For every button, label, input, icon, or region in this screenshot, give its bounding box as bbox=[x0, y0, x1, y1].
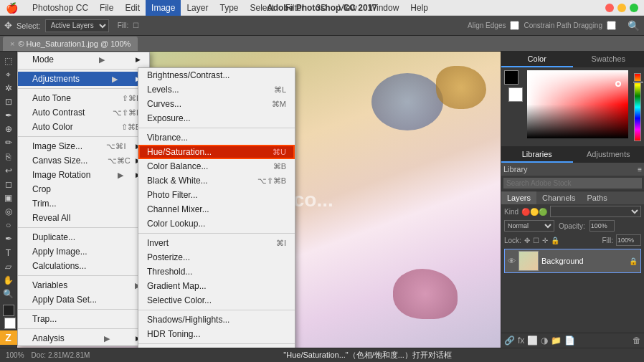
calculations-item[interactable]: Calculations... bbox=[18, 259, 149, 273]
variables-item[interactable]: Variables▶ bbox=[18, 278, 149, 292]
eraser-tool[interactable]: ◻ bbox=[1, 178, 16, 190]
filter-select[interactable] bbox=[550, 206, 641, 217]
delete-layer-icon[interactable]: 🗑 bbox=[633, 335, 641, 346]
auto-contrast-item[interactable]: Auto Contrast⌥⇧⌘L bbox=[18, 105, 149, 120]
dodge-tool[interactable]: ○ bbox=[1, 219, 16, 232]
move-tool-icon[interactable]: ✥ bbox=[4, 20, 12, 31]
healing-brush-tool[interactable]: ⊕ bbox=[1, 123, 16, 135]
adjustments-menu-item[interactable]: Adjustments▶ bbox=[18, 72, 149, 86]
vibrance-item[interactable]: Vibrance... bbox=[138, 130, 295, 145]
link-layers-icon[interactable]: 🔗 bbox=[504, 335, 515, 346]
eyedropper-tool[interactable]: ✒ bbox=[1, 110, 16, 122]
curves-item[interactable]: Curves...⌘M bbox=[138, 97, 295, 111]
apply-data-item[interactable]: Apply Data Set... bbox=[18, 292, 149, 307]
color-tab[interactable]: Color bbox=[501, 52, 573, 67]
bg-color-swatch[interactable] bbox=[508, 87, 523, 102]
levels-item[interactable]: Levels...⌘L bbox=[138, 82, 295, 97]
new-layer-icon[interactable]: 📄 bbox=[564, 335, 575, 346]
lock-position-icon[interactable]: ✛ bbox=[542, 237, 548, 244]
foreground-color[interactable] bbox=[3, 305, 14, 316]
library-options-icon[interactable]: ≡ bbox=[638, 166, 642, 173]
hue-saturation-item[interactable]: Hue/Saturation...⌘U bbox=[138, 145, 295, 159]
trim-item[interactable]: Trim... bbox=[18, 196, 149, 211]
pen-tool[interactable]: ✒ bbox=[1, 233, 16, 245]
shadows-highlights-item[interactable]: Shadows/Highlights... bbox=[138, 313, 295, 327]
constrain-checkbox[interactable] bbox=[607, 21, 616, 30]
libraries-tab[interactable]: Libraries bbox=[501, 147, 573, 163]
minimize-button[interactable] bbox=[617, 4, 626, 12]
desaturate-item[interactable]: Desaturate⇧⌘U bbox=[138, 346, 295, 348]
duplicate-item[interactable]: Duplicate... bbox=[18, 230, 149, 244]
channels-tab[interactable]: Channels bbox=[536, 191, 581, 204]
hdr-toning-item[interactable]: HDR Toning... bbox=[138, 327, 295, 341]
fill-checkbox[interactable]: ☐ bbox=[133, 22, 139, 29]
hue-slider[interactable] bbox=[633, 81, 644, 83]
marquee-tool[interactable]: ⬚ bbox=[1, 54, 16, 67]
swatches-tab[interactable]: Swatches bbox=[573, 52, 645, 67]
gradient-map-item[interactable]: Gradient Map... bbox=[138, 279, 295, 293]
document-tab[interactable]: × © Hue_Saturation1.jpg @ 100% bbox=[3, 37, 138, 51]
menu-photoshop[interactable]: Photoshop CC bbox=[27, 0, 94, 16]
color-balance-item[interactable]: Color Balance...⌘B bbox=[138, 159, 295, 173]
posterize-item[interactable]: Posterize... bbox=[138, 250, 295, 265]
threshold-item[interactable]: Threshold... bbox=[138, 265, 295, 279]
tab-close-icon[interactable]: × bbox=[10, 39, 14, 48]
shape-tool[interactable]: ▱ bbox=[1, 260, 16, 272]
image-rotation-item[interactable]: Image Rotation▶ bbox=[18, 168, 149, 182]
add-mask-icon[interactable]: ⬜ bbox=[527, 335, 538, 346]
image-size-item[interactable]: Image Size...⌥⌘I bbox=[18, 139, 149, 153]
menu-help[interactable]: Help bbox=[404, 0, 434, 16]
photo-filter-item[interactable]: Photo Filter... bbox=[138, 188, 295, 202]
zoom-tool[interactable]: 🔍 bbox=[1, 287, 16, 300]
exposure-item[interactable]: Exposure... bbox=[138, 111, 295, 125]
fg-color-swatch[interactable] bbox=[504, 70, 518, 85]
clone-stamp-tool[interactable]: ⎘ bbox=[1, 151, 16, 163]
menu-file[interactable]: File bbox=[94, 0, 119, 16]
brightness-contrast-item[interactable]: Brightness/Contrast... bbox=[138, 68, 295, 82]
invert-item[interactable]: Invert⌘I bbox=[138, 236, 295, 250]
apply-image-item[interactable]: Apply Image... bbox=[18, 244, 149, 259]
blend-mode-select[interactable]: Normal bbox=[504, 220, 554, 232]
lock-move-icon[interactable]: ✥ bbox=[524, 237, 530, 244]
mode-menu-item[interactable]: Mode▶ bbox=[18, 52, 149, 67]
text-tool[interactable]: T bbox=[1, 247, 16, 259]
hand-tool[interactable]: ✋ bbox=[1, 274, 16, 286]
layers-tab[interactable]: Layers bbox=[501, 191, 536, 204]
lock-pixels-icon[interactable]: ☐ bbox=[533, 237, 539, 244]
menu-layer[interactable]: Layer bbox=[181, 0, 214, 16]
color-spectrum[interactable] bbox=[527, 70, 628, 138]
maximize-button[interactable] bbox=[630, 4, 638, 12]
apple-logo[interactable]: 🍎 bbox=[6, 2, 18, 14]
auto-tone-item[interactable]: Auto Tone⇧⌘L bbox=[18, 91, 149, 105]
background-color[interactable] bbox=[4, 318, 16, 329]
layer-visibility-icon[interactable]: 👁 bbox=[508, 257, 516, 265]
opacity-input[interactable] bbox=[589, 220, 615, 232]
fill-input[interactable] bbox=[616, 234, 641, 246]
close-button[interactable] bbox=[605, 4, 614, 12]
trap-item[interactable]: Trap... bbox=[18, 312, 149, 326]
add-style-icon[interactable]: fx bbox=[518, 335, 524, 346]
layer-row[interactable]: 👁 Background 🔒 bbox=[504, 249, 641, 273]
paths-tab[interactable]: Paths bbox=[582, 191, 613, 204]
new-group-icon[interactable]: 📁 bbox=[551, 335, 562, 346]
selective-color-item[interactable]: Selective Color... bbox=[138, 293, 295, 308]
crop-tool[interactable]: ⊡ bbox=[1, 95, 16, 108]
menu-edit[interactable]: Edit bbox=[119, 0, 146, 16]
lasso-tool[interactable]: ⌖ bbox=[1, 68, 16, 80]
select-dropdown[interactable]: Active Layers bbox=[45, 19, 109, 32]
align-edges-checkbox[interactable] bbox=[510, 21, 519, 30]
brush-tool[interactable]: ✏ bbox=[1, 137, 16, 149]
adobe-stock-search[interactable] bbox=[503, 178, 642, 189]
analysis-item[interactable]: Analysis▶ bbox=[18, 331, 149, 346]
magic-wand-tool[interactable]: ✲ bbox=[1, 82, 16, 94]
adjustments-tab[interactable]: Adjustments bbox=[573, 147, 645, 163]
color-lookup-item[interactable]: Color Lookup... bbox=[138, 216, 295, 231]
hue-bar[interactable] bbox=[634, 73, 641, 141]
gradient-tool[interactable]: ▣ bbox=[1, 191, 16, 204]
blur-tool[interactable]: ◎ bbox=[1, 206, 16, 218]
history-brush-tool[interactable]: ↩ bbox=[1, 164, 16, 176]
lock-all-icon[interactable]: 🔒 bbox=[551, 237, 559, 244]
black-white-item[interactable]: Black & White...⌥⇧⌘B bbox=[138, 173, 295, 188]
menu-type[interactable]: Type bbox=[214, 0, 244, 16]
menu-image[interactable]: Image bbox=[146, 0, 181, 16]
